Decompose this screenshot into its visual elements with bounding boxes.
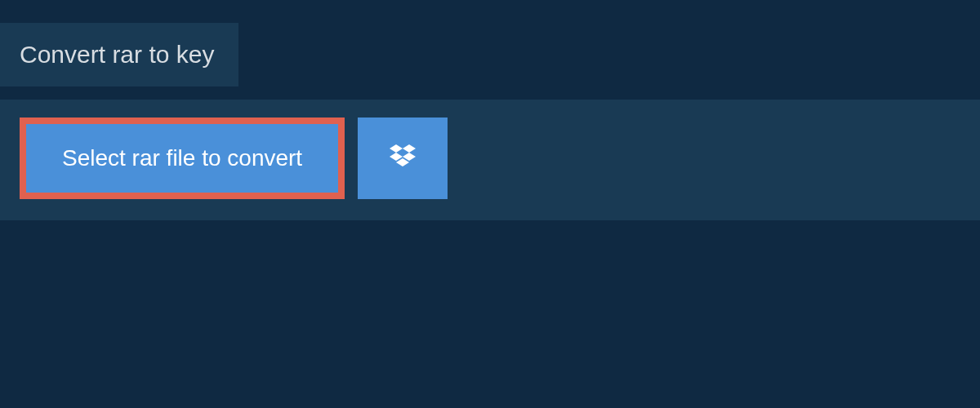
select-file-label: Select rar file to convert <box>62 145 302 171</box>
dropbox-icon <box>386 141 419 176</box>
upload-panel: Select rar file to convert <box>0 100 980 220</box>
page-title: Convert rar to key <box>20 41 214 69</box>
dropbox-button[interactable] <box>358 118 448 199</box>
select-file-button[interactable]: Select rar file to convert <box>20 118 345 199</box>
page-title-tab: Convert rar to key <box>0 23 238 86</box>
